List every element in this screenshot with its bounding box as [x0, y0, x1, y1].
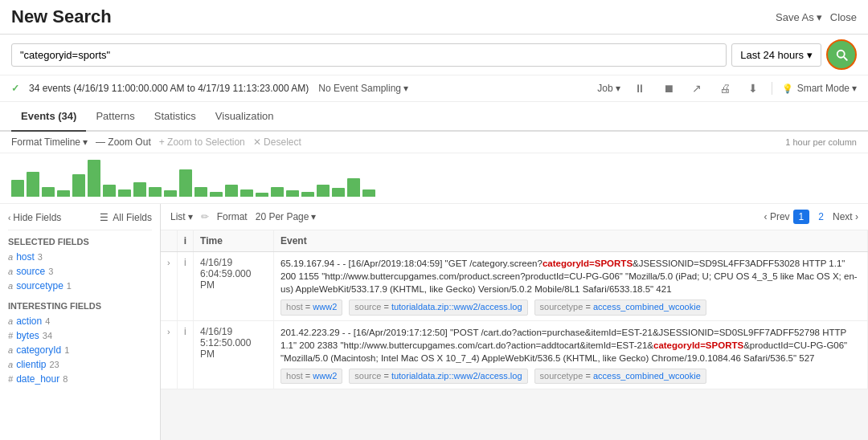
- histogram-bar[interactable]: [88, 160, 100, 197]
- tag-sourcetype: sourcetype = access_combined_wcookie: [534, 369, 706, 384]
- prev-page-button[interactable]: ‹ Prev: [764, 211, 790, 222]
- zoom-selection-button[interactable]: + Zoom to Selection: [159, 136, 245, 148]
- list-icon: ☰: [100, 212, 108, 223]
- expand-header: [161, 230, 177, 252]
- per-column-label: 1 hour per column: [785, 137, 857, 147]
- chevron-down-icon: [83, 136, 88, 148]
- histogram: [0, 153, 868, 204]
- sampling-button[interactable]: No Event Sampling: [318, 83, 408, 94]
- interesting-field-bytes[interactable]: # bytes 34: [8, 328, 152, 343]
- histogram-bar[interactable]: [27, 172, 39, 197]
- interesting-field-clientip[interactable]: a clientip 23: [8, 357, 152, 372]
- histogram-bar[interactable]: [362, 189, 375, 197]
- histogram-bar[interactable]: [133, 182, 146, 197]
- histogram-bar[interactable]: [332, 188, 345, 197]
- tag-host: host = www2: [280, 369, 342, 384]
- time-range-button[interactable]: Last 24 hours: [731, 43, 821, 67]
- selected-field-sourcetype[interactable]: a sourcetype 1: [8, 279, 152, 293]
- next-page-button[interactable]: Next ›: [833, 211, 858, 222]
- tag-source: source = tutorialdata.zip::www2/access.l…: [349, 299, 527, 315]
- pagination: ‹ Prev 1 2 Next ›: [764, 210, 858, 224]
- share-button[interactable]: ↗: [688, 79, 706, 97]
- info-cell[interactable]: i: [177, 320, 193, 389]
- histogram-bar[interactable]: [118, 189, 131, 197]
- histogram-bar[interactable]: [271, 187, 284, 197]
- format-button[interactable]: Format: [217, 211, 248, 222]
- sidebar-header: ‹ Hide Fields ☰ All Fields: [8, 212, 152, 230]
- tab-events-34[interactable]: Events (34): [11, 102, 86, 132]
- event-header: Event: [274, 230, 868, 252]
- info-header: i: [177, 230, 193, 252]
- pause-button[interactable]: ⏸: [630, 79, 649, 97]
- expand-cell[interactable]: ›: [161, 252, 177, 321]
- interesting-fields-list: a action 4# bytes 34a categoryId 1a clie…: [8, 314, 152, 386]
- histogram-bar[interactable]: [317, 185, 330, 197]
- stop-button[interactable]: ⏹: [659, 79, 678, 97]
- deselect-button[interactable]: ✕ Deselect: [253, 136, 301, 148]
- histogram-bar[interactable]: [57, 190, 70, 197]
- results-bar: ✓ 34 events (4/16/19 11:00:00.000 AM to …: [0, 75, 868, 102]
- histogram-bar[interactable]: [225, 185, 238, 197]
- print-button[interactable]: 🖨: [715, 79, 735, 97]
- page-2-button[interactable]: 2: [813, 210, 829, 224]
- interesting-field-categoryId[interactable]: a categoryId 1: [8, 343, 152, 357]
- histogram-bar[interactable]: [210, 192, 223, 197]
- smart-mode-button[interactable]: 💡 Smart Mode: [782, 83, 857, 94]
- search-run-button[interactable]: [826, 39, 857, 70]
- main-content: ‹ Hide Fields ☰ All Fields SELECTED FIEL…: [0, 204, 868, 440]
- histogram-bar[interactable]: [194, 187, 207, 197]
- export-button[interactable]: ⬇: [744, 79, 762, 97]
- format-timeline-button[interactable]: Format Timeline: [11, 136, 88, 148]
- histogram-bar[interactable]: [301, 192, 314, 197]
- histogram-bar[interactable]: [164, 190, 177, 197]
- expand-icon[interactable]: ›: [167, 327, 170, 336]
- info-cell[interactable]: i: [177, 252, 193, 321]
- results-panel: List ✏ Format 20 Per Page ‹ Prev 1 2 Nex…: [161, 204, 868, 440]
- histogram-bar[interactable]: [347, 178, 360, 197]
- tab-statistics[interactable]: Statistics: [145, 102, 206, 132]
- results-controls: List ✏ Format 20 Per Page ‹ Prev 1 2 Nex…: [161, 204, 868, 230]
- histogram-bar[interactable]: [72, 174, 85, 197]
- tab-patterns[interactable]: Patterns: [86, 102, 144, 132]
- histogram-bar[interactable]: [149, 187, 162, 197]
- sidebar: ‹ Hide Fields ☰ All Fields SELECTED FIEL…: [0, 204, 161, 440]
- zoom-out-button[interactable]: — Zoom Out: [96, 136, 151, 148]
- bulb-icon: 💡: [782, 84, 793, 94]
- timeline-controls: Format Timeline — Zoom Out + Zoom to Sel…: [0, 132, 868, 153]
- check-icon: ✓: [11, 83, 19, 94]
- chevron-down-icon: [817, 11, 822, 23]
- time-header: Time: [194, 230, 274, 252]
- histogram-bar[interactable]: [11, 180, 24, 197]
- save-as-button[interactable]: Save As: [776, 11, 822, 23]
- hide-fields-button[interactable]: ‹ Hide Fields: [8, 212, 61, 223]
- job-button[interactable]: Job: [597, 83, 620, 94]
- search-input[interactable]: [11, 43, 727, 67]
- histogram-bar[interactable]: [42, 187, 55, 197]
- interesting-field-date_hour[interactable]: # date_hour 8: [8, 372, 152, 386]
- tabs-row: Events (34)PatternsStatisticsVisualizati…: [0, 102, 868, 132]
- tag-host: host = www2: [280, 299, 342, 315]
- tab-visualization[interactable]: Visualization: [206, 102, 284, 132]
- chevron-down-icon: [616, 83, 620, 94]
- histogram-bar[interactable]: [240, 189, 253, 197]
- interesting-field-action[interactable]: a action 4: [8, 314, 152, 328]
- histogram-bar[interactable]: [256, 193, 268, 197]
- selected-field-source[interactable]: a source 3: [8, 264, 152, 279]
- chevron-down-icon: [311, 211, 316, 222]
- tag-sourcetype: sourcetype = access_combined_wcookie: [534, 299, 706, 315]
- per-page-button[interactable]: 20 Per Page: [256, 211, 317, 222]
- histogram-bar[interactable]: [286, 190, 299, 197]
- all-fields-button[interactable]: ☰ All Fields: [100, 212, 152, 223]
- histogram-bar[interactable]: [103, 185, 116, 197]
- table-header: i Time Event: [161, 230, 868, 252]
- time-cell: 4/16/19 6:04:59.000 PM: [194, 252, 274, 321]
- selected-fields-title: SELECTED FIELDS: [8, 237, 152, 246]
- close-button[interactable]: Close: [830, 11, 857, 23]
- selected-field-host[interactable]: a host 3: [8, 250, 152, 264]
- event-cell: 201.42.223.29 - - [16/Apr/2019:17:12:50]…: [274, 320, 868, 389]
- list-button[interactable]: List: [170, 211, 193, 222]
- expand-icon[interactable]: ›: [167, 258, 170, 267]
- expand-cell[interactable]: ›: [161, 320, 177, 389]
- time-cell: 4/16/19 5:12:50.000 PM: [194, 320, 274, 389]
- histogram-bar[interactable]: [179, 169, 192, 197]
